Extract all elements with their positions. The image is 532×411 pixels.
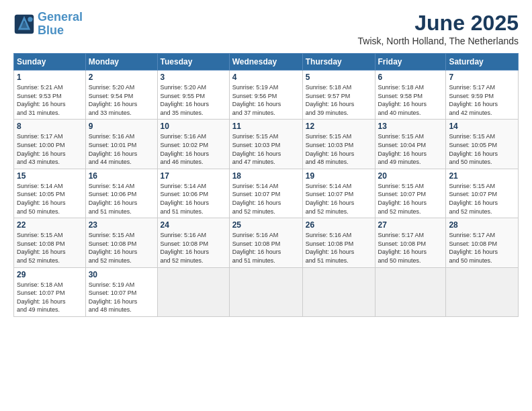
day-info: Sunrise: 5:19 AM Sunset: 9:56 PM Dayligh… <box>232 83 300 117</box>
calendar-cell: 5Sunrise: 5:18 AM Sunset: 9:57 PM Daylig… <box>302 71 375 120</box>
calendar-cell: 22Sunrise: 5:15 AM Sunset: 10:08 PM Dayl… <box>14 218 86 267</box>
day-number: 27 <box>378 220 443 230</box>
calendar-cell: 8Sunrise: 5:17 AM Sunset: 10:00 PM Dayli… <box>14 120 86 169</box>
weekday-header-wednesday: Wednesday <box>229 54 302 71</box>
logo: General Blue <box>13 11 83 38</box>
calendar-cell: 7Sunrise: 5:17 AM Sunset: 9:59 PM Daylig… <box>446 71 519 120</box>
calendar-week-1: 1Sunrise: 5:21 AM Sunset: 9:53 PM Daylig… <box>14 71 519 120</box>
day-info: Sunrise: 5:17 AM Sunset: 10:08 PM Daylig… <box>378 231 443 265</box>
calendar-week-5: 29Sunrise: 5:18 AM Sunset: 10:07 PM Dayl… <box>14 267 519 316</box>
calendar-cell: 29Sunrise: 5:18 AM Sunset: 10:07 PM Dayl… <box>14 267 86 316</box>
day-info: Sunrise: 5:14 AM Sunset: 10:05 PM Daylig… <box>17 182 83 216</box>
day-number: 13 <box>378 122 443 131</box>
weekday-header-saturday: Saturday <box>446 54 519 71</box>
day-info: Sunrise: 5:14 AM Sunset: 10:07 PM Daylig… <box>232 182 300 216</box>
day-info: Sunrise: 5:15 AM Sunset: 10:08 PM Daylig… <box>89 231 154 265</box>
day-info: Sunrise: 5:16 AM Sunset: 10:08 PM Daylig… <box>232 231 300 265</box>
day-info: Sunrise: 5:15 AM Sunset: 10:07 PM Daylig… <box>449 182 515 216</box>
calendar-cell: 4Sunrise: 5:19 AM Sunset: 9:56 PM Daylig… <box>229 71 302 120</box>
day-info: Sunrise: 5:18 AM Sunset: 9:58 PM Dayligh… <box>378 83 443 117</box>
calendar-cell: 12Sunrise: 5:15 AM Sunset: 10:03 PM Dayl… <box>302 120 375 169</box>
day-number: 15 <box>17 171 83 181</box>
calendar-week-4: 22Sunrise: 5:15 AM Sunset: 10:08 PM Dayl… <box>14 218 519 267</box>
logo-icon <box>13 13 35 35</box>
day-info: Sunrise: 5:14 AM Sunset: 10:06 PM Daylig… <box>161 182 226 216</box>
day-number: 8 <box>17 122 83 131</box>
day-number: 7 <box>449 73 515 82</box>
day-info: Sunrise: 5:18 AM Sunset: 9:57 PM Dayligh… <box>306 83 372 117</box>
day-number: 16 <box>89 171 154 181</box>
day-info: Sunrise: 5:15 AM Sunset: 10:03 PM Daylig… <box>306 132 372 166</box>
calendar-cell: 21Sunrise: 5:15 AM Sunset: 10:07 PM Dayl… <box>446 169 519 218</box>
calendar-cell: 17Sunrise: 5:14 AM Sunset: 10:06 PM Dayl… <box>157 169 229 218</box>
calendar-cell: 10Sunrise: 5:16 AM Sunset: 10:02 PM Dayl… <box>157 120 229 169</box>
calendar-header-row: SundayMondayTuesdayWednesdayThursdayFrid… <box>14 54 519 71</box>
calendar-cell: 6Sunrise: 5:18 AM Sunset: 9:58 PM Daylig… <box>375 71 446 120</box>
calendar-cell: 27Sunrise: 5:17 AM Sunset: 10:08 PM Dayl… <box>375 218 446 267</box>
calendar-cell <box>375 267 446 316</box>
logo-text: General Blue <box>38 11 83 38</box>
weekday-header-thursday: Thursday <box>302 54 375 71</box>
day-info: Sunrise: 5:17 AM Sunset: 10:00 PM Daylig… <box>17 132 83 166</box>
day-number: 28 <box>449 220 515 230</box>
calendar-cell: 1Sunrise: 5:21 AM Sunset: 9:53 PM Daylig… <box>14 71 86 120</box>
day-number: 2 <box>89 73 154 82</box>
calendar-cell: 11Sunrise: 5:15 AM Sunset: 10:03 PM Dayl… <box>229 120 302 169</box>
day-info: Sunrise: 5:19 AM Sunset: 10:07 PM Daylig… <box>89 281 154 314</box>
calendar-cell: 16Sunrise: 5:14 AM Sunset: 10:06 PM Dayl… <box>85 169 157 218</box>
day-number: 24 <box>161 220 226 230</box>
calendar-cell <box>302 267 375 316</box>
day-number: 1 <box>17 73 83 82</box>
day-info: Sunrise: 5:15 AM Sunset: 10:08 PM Daylig… <box>17 231 83 265</box>
day-number: 19 <box>306 171 372 181</box>
calendar-cell <box>446 267 519 316</box>
day-number: 17 <box>161 171 226 181</box>
day-info: Sunrise: 5:18 AM Sunset: 10:07 PM Daylig… <box>17 281 83 314</box>
calendar-week-2: 8Sunrise: 5:17 AM Sunset: 10:00 PM Dayli… <box>14 120 519 169</box>
title-block: June 2025 Twisk, North Holland, The Neth… <box>358 11 519 46</box>
weekday-header-friday: Friday <box>375 54 446 71</box>
day-info: Sunrise: 5:21 AM Sunset: 9:53 PM Dayligh… <box>17 83 83 117</box>
calendar-cell: 28Sunrise: 5:17 AM Sunset: 10:08 PM Dayl… <box>446 218 519 267</box>
calendar-cell: 19Sunrise: 5:14 AM Sunset: 10:07 PM Dayl… <box>302 169 375 218</box>
calendar-cell: 13Sunrise: 5:15 AM Sunset: 10:04 PM Dayl… <box>375 120 446 169</box>
day-info: Sunrise: 5:17 AM Sunset: 10:08 PM Daylig… <box>449 231 515 265</box>
day-info: Sunrise: 5:17 AM Sunset: 9:59 PM Dayligh… <box>449 83 515 117</box>
day-info: Sunrise: 5:16 AM Sunset: 10:02 PM Daylig… <box>161 132 226 166</box>
weekday-header-tuesday: Tuesday <box>157 54 229 71</box>
calendar-cell: 30Sunrise: 5:19 AM Sunset: 10:07 PM Dayl… <box>85 267 157 316</box>
day-number: 29 <box>17 270 83 279</box>
calendar-cell: 15Sunrise: 5:14 AM Sunset: 10:05 PM Dayl… <box>14 169 86 218</box>
day-number: 6 <box>378 73 443 82</box>
month-title: June 2025 <box>358 11 519 36</box>
day-info: Sunrise: 5:15 AM Sunset: 10:05 PM Daylig… <box>449 132 515 166</box>
day-number: 21 <box>449 171 515 181</box>
day-number: 22 <box>17 220 83 230</box>
day-info: Sunrise: 5:15 AM Sunset: 10:03 PM Daylig… <box>232 132 300 166</box>
calendar-cell <box>157 267 229 316</box>
day-number: 5 <box>306 73 372 82</box>
calendar-cell: 9Sunrise: 5:16 AM Sunset: 10:01 PM Dayli… <box>85 120 157 169</box>
day-info: Sunrise: 5:15 AM Sunset: 10:04 PM Daylig… <box>378 132 443 166</box>
calendar-cell: 24Sunrise: 5:16 AM Sunset: 10:08 PM Dayl… <box>157 218 229 267</box>
calendar-table: SundayMondayTuesdayWednesdayThursdayFrid… <box>13 53 519 317</box>
calendar-cell: 2Sunrise: 5:20 AM Sunset: 9:54 PM Daylig… <box>85 71 157 120</box>
day-number: 30 <box>89 270 154 279</box>
day-info: Sunrise: 5:16 AM Sunset: 10:01 PM Daylig… <box>89 132 154 166</box>
day-number: 20 <box>378 171 443 181</box>
day-number: 26 <box>306 220 372 230</box>
calendar-week-3: 15Sunrise: 5:14 AM Sunset: 10:05 PM Dayl… <box>14 169 519 218</box>
day-number: 9 <box>89 122 154 131</box>
day-info: Sunrise: 5:15 AM Sunset: 10:07 PM Daylig… <box>378 182 443 216</box>
day-number: 11 <box>232 122 300 131</box>
day-info: Sunrise: 5:14 AM Sunset: 10:06 PM Daylig… <box>89 182 154 216</box>
day-number: 18 <box>232 171 300 181</box>
weekday-header-monday: Monday <box>85 54 157 71</box>
day-info: Sunrise: 5:16 AM Sunset: 10:08 PM Daylig… <box>306 231 372 265</box>
day-info: Sunrise: 5:20 AM Sunset: 9:55 PM Dayligh… <box>161 83 226 117</box>
calendar-cell: 14Sunrise: 5:15 AM Sunset: 10:05 PM Dayl… <box>446 120 519 169</box>
day-number: 12 <box>306 122 372 131</box>
header: General Blue June 2025 Twisk, North Holl… <box>13 11 519 46</box>
day-info: Sunrise: 5:20 AM Sunset: 9:54 PM Dayligh… <box>89 83 154 117</box>
calendar-cell: 3Sunrise: 5:20 AM Sunset: 9:55 PM Daylig… <box>157 71 229 120</box>
